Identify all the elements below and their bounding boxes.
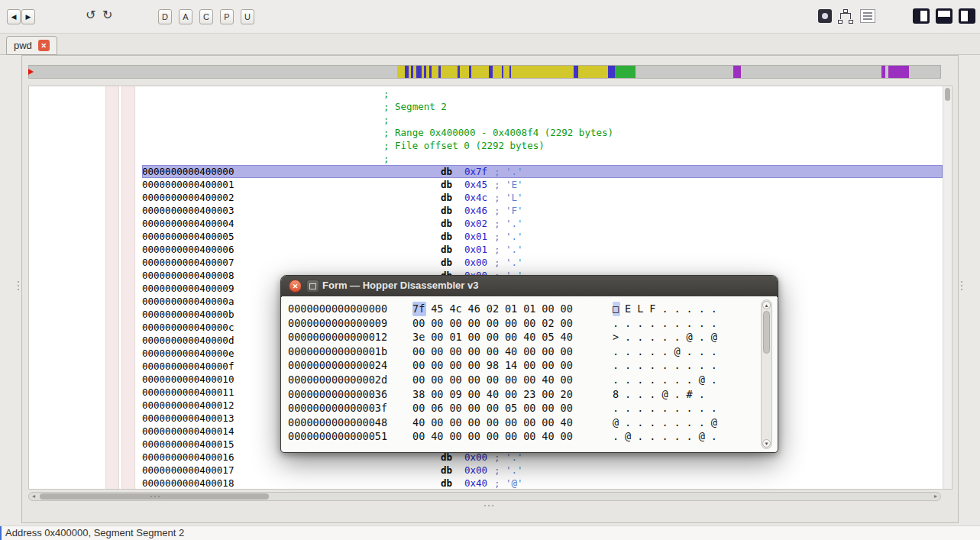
hex-byte[interactable]: 14 xyxy=(505,358,523,373)
ascii-char[interactable]: . xyxy=(613,344,625,359)
ascii-char[interactable]: . xyxy=(687,316,699,331)
tab-close-button[interactable]: ✕ xyxy=(38,40,50,51)
ascii-char[interactable]: . xyxy=(637,387,649,402)
hex-byte[interactable]: 00 xyxy=(449,373,467,387)
ascii-char[interactable]: E xyxy=(625,302,637,316)
ascii-char[interactable]: . xyxy=(637,429,649,444)
scroll-up-button[interactable]: ▲ xyxy=(762,301,771,309)
toggle-bottom-panel-button[interactable] xyxy=(936,8,953,24)
ascii-char[interactable]: . xyxy=(637,401,649,416)
hex-byte[interactable]: 40 xyxy=(561,416,579,430)
minimap-block[interactable] xyxy=(733,66,741,78)
hex-row[interactable]: 000000000000001b000000000040000000.....@… xyxy=(288,344,777,359)
hex-byte[interactable]: 00 xyxy=(505,373,523,387)
hex-byte[interactable]: 40 xyxy=(523,330,542,344)
ascii-char[interactable]: . xyxy=(613,429,625,444)
minimap-block[interactable] xyxy=(881,66,885,78)
ascii-char[interactable]: . xyxy=(649,416,661,430)
hex-byte[interactable]: 00 xyxy=(468,401,487,416)
ascii-char[interactable]: @ xyxy=(687,330,699,344)
hex-byte[interactable]: 40 xyxy=(542,373,560,387)
ascii-char[interactable]: . xyxy=(699,316,711,331)
ascii-char[interactable]: . xyxy=(661,316,674,331)
ascii-char[interactable]: @ xyxy=(661,387,674,402)
type-button-u[interactable]: U xyxy=(241,9,254,24)
toggle-left-panel-button[interactable] xyxy=(913,8,930,24)
hex-byte[interactable]: 00 xyxy=(431,358,449,373)
ascii-char[interactable]: . xyxy=(711,344,723,359)
hex-byte[interactable]: 4c xyxy=(449,302,467,316)
ascii-char[interactable]: . xyxy=(625,387,637,402)
ascii-char[interactable]: . xyxy=(711,373,723,387)
hex-byte[interactable]: 7f xyxy=(412,302,426,316)
type-button-c[interactable]: C xyxy=(199,9,213,24)
ascii-char[interactable]: . xyxy=(711,316,723,331)
disasm-row[interactable]: 0000000000400005db0x01; '.' xyxy=(142,230,943,243)
tab-pwd[interactable]: pwd ✕ xyxy=(6,36,57,55)
ascii-char[interactable]: . xyxy=(711,302,723,316)
minimap-block[interactable] xyxy=(574,66,578,78)
minimap-block[interactable] xyxy=(469,66,471,78)
ascii-char[interactable]: 8 xyxy=(613,387,625,402)
hex-byte[interactable]: 00 xyxy=(561,302,579,316)
ascii-char[interactable]: . xyxy=(637,330,649,344)
hex-byte[interactable]: 98 xyxy=(487,358,505,373)
ascii-char[interactable]: . xyxy=(637,316,649,331)
ascii-char[interactable]: . xyxy=(674,358,686,373)
ascii-char[interactable]: . xyxy=(661,330,674,344)
hex-byte[interactable]: 00 xyxy=(542,387,560,402)
ascii-char[interactable]: . xyxy=(625,401,637,416)
ascii-char[interactable]: . xyxy=(613,401,625,416)
ascii-char[interactable]: . xyxy=(687,344,699,359)
ascii-char[interactable]: @ xyxy=(613,416,625,430)
minimap-block[interactable] xyxy=(608,66,615,78)
hex-row[interactable]: 0000000000000051004000000000004000.@....… xyxy=(288,429,777,444)
hex-byte[interactable]: 00 xyxy=(468,416,487,430)
dialog-scroll-thumb[interactable] xyxy=(763,311,770,354)
hex-byte[interactable]: 00 xyxy=(412,358,431,373)
ascii-char[interactable]: . xyxy=(674,316,686,331)
ascii-char[interactable]: . xyxy=(625,316,637,331)
hex-byte[interactable]: 00 xyxy=(523,416,542,430)
ascii-char[interactable]: . xyxy=(637,373,649,387)
ascii-char[interactable]: . xyxy=(613,358,625,373)
ascii-char[interactable]: . xyxy=(649,429,661,444)
scroll-down-button[interactable]: ▼ xyxy=(762,439,771,448)
hex-byte[interactable]: 00 xyxy=(523,358,542,373)
hex-row[interactable]: 00000000000000007f454c460201010000□ELF..… xyxy=(288,302,777,316)
hex-byte[interactable]: 46 xyxy=(468,302,487,316)
hex-byte[interactable]: 40 xyxy=(431,429,449,444)
ascii-char[interactable]: . xyxy=(661,401,674,416)
hex-byte[interactable]: 00 xyxy=(523,401,542,416)
ascii-char[interactable]: . xyxy=(661,373,674,387)
ascii-char[interactable]: . xyxy=(687,358,699,373)
hex-byte[interactable]: 00 xyxy=(542,416,560,430)
hex-row[interactable]: 000000000000003f000600000005000000......… xyxy=(288,401,777,416)
ascii-char[interactable]: . xyxy=(625,330,637,344)
toggle-right-panel-button[interactable] xyxy=(959,8,975,24)
hex-byte[interactable]: 00 xyxy=(487,330,505,344)
splitter-grip-left[interactable] xyxy=(18,281,19,283)
minimap[interactable] xyxy=(28,65,941,79)
ascii-char[interactable]: . xyxy=(699,330,711,344)
minimap-block[interactable] xyxy=(438,66,441,78)
scroll-left-arrow-icon[interactable]: ◂ xyxy=(32,493,35,500)
hex-byte[interactable]: 00 xyxy=(523,429,542,444)
hex-byte[interactable]: 00 xyxy=(505,330,523,344)
ascii-char[interactable]: . xyxy=(674,330,686,344)
hex-row[interactable]: 000000000000002d000000000000004000......… xyxy=(288,373,777,387)
dialog-scrollbar[interactable]: ▲ ▼ xyxy=(761,299,772,449)
ascii-char[interactable]: @ xyxy=(699,429,711,444)
ascii-char[interactable]: . xyxy=(699,387,711,402)
ascii-char[interactable]: . xyxy=(649,373,661,387)
ascii-char[interactable]: . xyxy=(661,302,674,316)
minimap-block[interactable] xyxy=(458,66,460,78)
hex-byte[interactable]: 23 xyxy=(523,387,542,402)
hex-byte[interactable]: 00 xyxy=(431,416,449,430)
hex-byte[interactable]: 3e xyxy=(412,330,431,344)
ascii-char[interactable]: . xyxy=(711,401,723,416)
ascii-char[interactable]: . xyxy=(674,401,686,416)
hex-byte[interactable]: 05 xyxy=(505,401,523,416)
hex-byte[interactable]: 00 xyxy=(542,344,560,359)
hex-byte[interactable]: 20 xyxy=(561,387,579,402)
